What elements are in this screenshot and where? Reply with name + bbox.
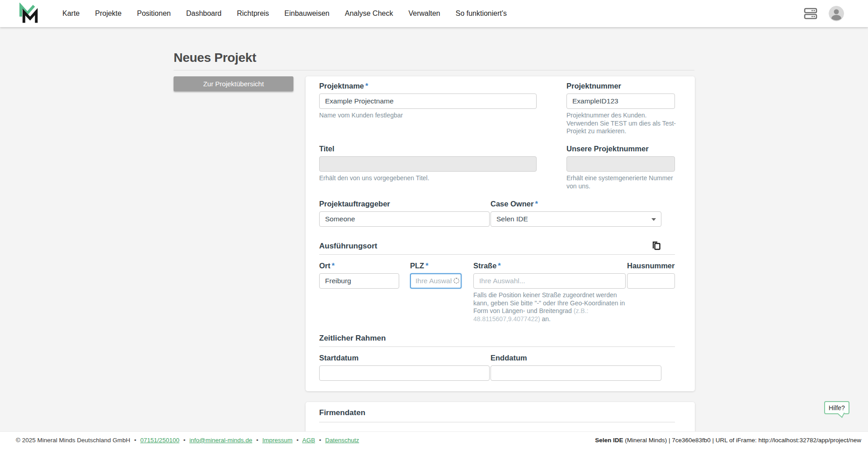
required-marker: * [498,262,500,270]
strasse-help: Falls die Position keiner Straße zugeord… [473,291,629,323]
ort-label: Ort [319,262,330,270]
required-marker: * [425,262,428,270]
back-to-project-overview-button[interactable]: Zur Projektübersicht [174,76,293,91]
required-marker: * [332,262,335,270]
projektauftraggeber-label: Projektauftraggeber [319,200,490,208]
projektnummer-input[interactable] [566,94,675,109]
footer-link-phone[interactable]: 07151/250100 [140,437,179,444]
enddatum-label: Enddatum [491,354,661,362]
title-divider [174,70,694,70]
strasse-label: Straße [473,262,496,270]
case-owner-label: Case Owner [491,200,533,208]
projektauftraggeber-input[interactable] [319,211,490,227]
case-owner-selected-value: Selen IDE [496,215,528,223]
projektnummer-field: Projektnummer Projektnummer des Kunden. … [566,82,675,136]
nav-item-projekte[interactable]: Projekte [87,9,129,18]
projektnummer-help: Projektnummer des Kunden. Verwenden Sie … [566,112,679,136]
footer-session-info: Selen IDE (Mineral Minds) | 7ce360e83fb0… [595,437,861,444]
plz-label: PLZ [410,262,424,270]
loading-spinner-icon [453,278,459,284]
titel-help: Erhält den von uns vorgegebenen Titel. [319,174,537,182]
projektauftraggeber-field: Projektauftraggeber [319,200,490,227]
nav-item-karte[interactable]: Karte [55,9,87,18]
nav-item-einbauweisen[interactable]: Einbauweisen [277,9,337,18]
enddatum-input[interactable] [491,365,661,381]
section-zeitlicher-rahmen-title: Zeitlicher Rahmen [319,334,386,343]
enddatum-field: Enddatum [491,354,661,381]
section-firmendaten-title: Firmendaten [319,408,365,417]
unsere-projektnummer-field: Unsere Projektnummer Erhält eine systemg… [566,145,675,190]
page-title: Neues Projekt [174,51,256,65]
nav-item-positionen[interactable]: Positionen [129,9,179,18]
footer-link-datenschutz[interactable]: Datenschutz [325,437,359,444]
unsere-projektnummer-help: Erhält eine systemgenerierte Nummer von … [566,174,679,190]
strasse-input[interactable] [473,273,626,289]
plz-field: PLZ* [410,262,462,289]
mineral-minds-logo[interactable] [18,3,40,24]
section-ausfuehrungsort-title: Ausführungsort [319,242,377,251]
required-marker: * [535,200,538,208]
projektname-label: Projektname [319,82,364,90]
unsere-projektnummer-label: Unsere Projektnummer [566,145,675,153]
session-user: Selen IDE [595,437,623,444]
chevron-down-icon [651,218,656,221]
nav-item-dashboard[interactable]: Dashboard [179,9,229,18]
footer-link-impressum[interactable]: Impressum [262,437,292,444]
footer-left: © 2025 Mineral Minds Deutschland GmbH • … [16,437,359,444]
hausnummer-input[interactable] [627,273,675,289]
case-owner-select[interactable]: Selen IDE [491,211,661,227]
startdatum-input[interactable] [319,365,490,381]
nav-item-analyse-check[interactable]: Analyse Check [337,9,401,18]
main-nav: Karte Projekte Positionen Dashboard Rich… [55,0,514,27]
footer: © 2025 Mineral Minds Deutschland GmbH • … [0,431,868,449]
startdatum-field: Startdatum [319,354,490,381]
ort-input[interactable] [319,273,399,289]
projektname-input[interactable] [319,94,537,109]
unsere-projektnummer-input [566,156,675,172]
nav-item-verwalten[interactable]: Verwalten [401,9,448,18]
projektname-field: Projektname* Name vom Kunden festlegbar [319,82,537,120]
footer-link-email[interactable]: info@mineral-minds.de [189,437,252,444]
section-divider [319,254,675,255]
projektnummer-label: Projektnummer [566,82,675,90]
case-owner-field: Case Owner* Selen IDE [491,200,661,227]
nav-item-so-funktionierts[interactable]: So funktioniert's [448,9,514,18]
nav-item-richtpreis[interactable]: Richtpreis [229,9,277,18]
titel-input [319,156,537,172]
help-button[interactable]: Hilfe? [824,401,849,414]
strasse-field: Straße* Falls die Position keiner Straße… [473,262,626,323]
session-details: (Mineral Minds) | 7ce360e83fb0 | URL of … [623,437,861,444]
copyright-text: © 2025 Mineral Minds Deutschland GmbH [16,437,130,444]
projektname-help: Name vom Kunden festlegbar [319,112,537,120]
project-form-card: Projektname* Name vom Kunden festlegbar … [306,76,695,391]
titel-field: Titel Erhält den von uns vorgegebenen Ti… [319,145,537,182]
ort-field: Ort* [319,262,399,289]
server-icon[interactable] [804,8,817,19]
copy-icon[interactable] [651,240,661,251]
firmendaten-card: Firmendaten [306,402,695,436]
section-divider [319,346,675,347]
hausnummer-field: Hausnummer [627,262,675,289]
required-marker: * [365,82,368,90]
hausnummer-label: Hausnummer [627,262,675,270]
titel-label: Titel [319,145,537,153]
section-divider [319,422,675,422]
user-avatar[interactable] [829,6,844,21]
footer-link-agb[interactable]: AGB [302,437,316,444]
startdatum-label: Startdatum [319,354,490,362]
top-nav-bar: Karte Projekte Positionen Dashboard Rich… [0,0,868,27]
